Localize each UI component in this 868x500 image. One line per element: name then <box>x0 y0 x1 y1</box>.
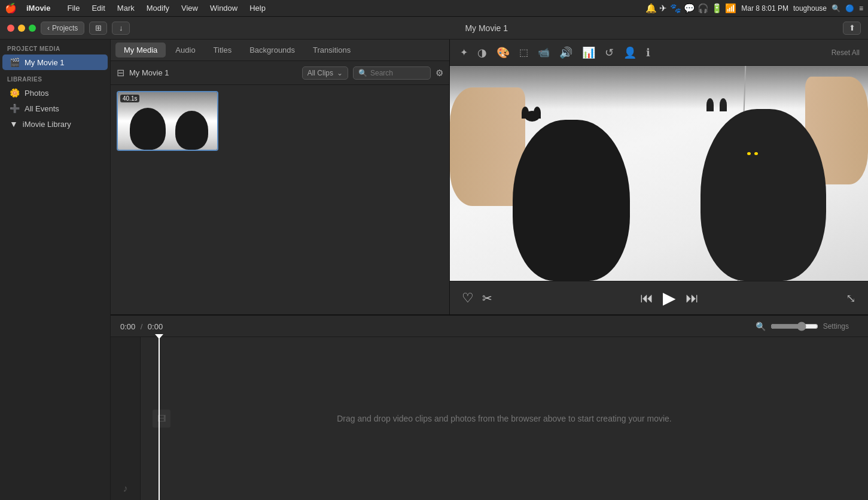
speed-button[interactable]: ↺ <box>603 44 616 61</box>
timeline-slider-area: 🔍 Settings <box>756 322 858 331</box>
reject-button[interactable]: ✂ <box>482 291 492 305</box>
audio-button[interactable]: 🔊 <box>558 44 574 61</box>
menubar-right: 🔔 ✈ 🐾 💬 🎧 🔋 📶 Mar 8 8:01 PM toughouse 🔍 … <box>645 3 863 14</box>
timeline-body: ♪ 🎞 Drag and drop video clips and photos… <box>111 337 868 500</box>
mark-menu[interactable]: Mark <box>112 2 139 14</box>
drag-hint: Drag and drop video clips and photos fro… <box>295 414 714 423</box>
import-button[interactable]: ⊞ <box>89 22 107 35</box>
magic-wand-button[interactable]: ✦ <box>458 45 470 60</box>
search-box: 🔍 <box>353 66 431 80</box>
sidebar-item-allevents[interactable]: ➕ All Events <box>2 101 108 116</box>
timeline-sidebar: ♪ <box>111 337 141 500</box>
menubar: 🍎 iMovie File Edit Mark Modify View Wind… <box>0 0 868 17</box>
browser-settings-button[interactable]: ⚙ <box>435 68 443 78</box>
apple-menu[interactable]: 🍎 <box>5 2 17 14</box>
chevron-down-icon: ▼ <box>10 119 18 129</box>
zoom-slider[interactable] <box>770 322 818 331</box>
share-button[interactable]: ⬆ <box>843 22 861 35</box>
video-overlay-button[interactable]: 📹 <box>536 45 552 60</box>
control-center-icon[interactable]: ≡ <box>859 4 863 13</box>
reset-all-button[interactable]: Reset All <box>832 49 860 57</box>
timecode-display: 0:00 / 0:00 <box>120 321 163 332</box>
clip-grid: 40.1s <box>111 85 449 314</box>
sidebar-item-mymovie-label: My Movie 1 <box>25 58 64 67</box>
sidebar-item-allevents-label: All Events <box>25 104 59 113</box>
titlebar-right: ⬆ <box>843 22 861 35</box>
siri-icon[interactable]: 🔵 <box>845 4 854 13</box>
download-button[interactable]: ↓ <box>112 22 130 35</box>
crop-button[interactable]: ⬚ <box>517 45 530 60</box>
favorite-button[interactable]: ♡ <box>462 290 474 306</box>
browser-panel: My Media Audio Titles Backgrounds Transi… <box>111 40 449 314</box>
clip-filter-chevron: ⌄ <box>337 69 343 77</box>
minimize-button[interactable] <box>18 25 25 32</box>
info-button[interactable]: ℹ <box>644 44 652 61</box>
tab-backgrounds[interactable]: Backgrounds <box>241 43 303 57</box>
sidebar-item-photos[interactable]: 🌼 Photos <box>2 85 108 101</box>
timeline-area: 0:00 / 0:00 🔍 Settings ♪ 🎞 Drag and dr <box>111 314 868 500</box>
search-icon[interactable]: 🔍 <box>832 4 840 13</box>
timeline-header: 0:00 / 0:00 🔍 Settings <box>111 316 868 337</box>
playback-right: ⤡ <box>846 291 856 305</box>
cat-left <box>513 120 630 281</box>
inspector-tools: ✦ ◑ 🎨 ⬚ 📹 🔊 📊 ↺ 👤 ℹ <box>458 44 652 61</box>
go-to-end-button[interactable]: ⏭ <box>686 290 699 306</box>
allevents-icon: ➕ <box>10 104 20 113</box>
video-preview <box>450 66 868 281</box>
clip-filter-label: All Clips <box>307 69 333 77</box>
sidebar-item-imoviewlibrary[interactable]: ▼ iMovie Library <box>2 116 108 132</box>
sidebar: Project Media 🎬 My Movie 1 Libraries 🌼 P… <box>0 40 111 500</box>
inspector-toolbar: ✦ ◑ 🎨 ⬚ 📹 🔊 📊 ↺ 👤 ℹ Reset All <box>450 40 868 66</box>
go-to-beginning-button[interactable]: ⏮ <box>640 290 653 306</box>
tab-audio[interactable]: Audio <box>167 43 203 57</box>
help-menu[interactable]: Help <box>245 2 270 14</box>
zoom-out-icon: 🔍 <box>756 322 766 331</box>
film-icon: 🎬 <box>10 57 20 67</box>
window-menu[interactable]: Window <box>205 2 242 14</box>
modify-menu[interactable]: Modify <box>142 2 174 14</box>
titlebar-icons: ⊞ ↓ <box>89 22 130 35</box>
fullscreen-button[interactable]: ⤡ <box>846 291 856 305</box>
view-menu[interactable]: View <box>176 2 203 14</box>
tab-my-media[interactable]: My Media <box>115 43 166 57</box>
grid-view-button[interactable]: ⊟ <box>117 67 124 78</box>
clip-duration: 40.1s <box>120 95 139 102</box>
clip-filter-dropdown[interactable]: All Clips ⌄ <box>302 66 348 80</box>
timeline-tracks: 🎞 Drag and drop video clips and photos f… <box>141 337 868 500</box>
total-timecode: 0:00 <box>148 322 163 331</box>
video-canvas <box>450 66 868 281</box>
browser-title: My Movie 1 <box>129 68 169 77</box>
color-wheels-button[interactable]: 🎨 <box>495 44 511 61</box>
playback-left: ♡ ✂ <box>462 290 492 306</box>
cat-right <box>701 109 826 281</box>
color-board-button[interactable]: ◑ <box>476 44 489 61</box>
clip-item[interactable]: 40.1s <box>117 91 218 151</box>
clip-thumbnail: 40.1s <box>117 91 218 151</box>
close-button[interactable] <box>7 25 14 32</box>
projects-button[interactable]: ‹ Projects <box>41 22 84 35</box>
edit-menu[interactable]: Edit <box>87 2 109 14</box>
current-timecode: 0:00 <box>120 322 135 331</box>
tab-transitions[interactable]: Transitions <box>304 43 359 57</box>
playhead[interactable] <box>159 337 160 500</box>
imovie-menu[interactable]: iMovie <box>22 2 55 14</box>
search-input[interactable] <box>370 69 424 77</box>
preview-panel: ✦ ◑ 🎨 ⬚ 📹 🔊 📊 ↺ 👤 ℹ Reset All <box>449 40 868 314</box>
clip-filter-btn[interactable]: 👤 <box>622 44 638 61</box>
stabilize-button[interactable]: 📊 <box>580 44 597 61</box>
project-media-label: Project Media <box>0 40 110 54</box>
sidebar-item-mymovie[interactable]: 🎬 My Movie 1 <box>2 54 108 70</box>
play-pause-button[interactable]: ▶ <box>663 288 676 308</box>
tab-titles[interactable]: Titles <box>205 43 240 57</box>
libraries-label: Libraries <box>0 70 110 85</box>
cat-eyes <box>747 152 752 155</box>
project-title: My Movie 1 <box>465 23 508 33</box>
timeline-settings-button[interactable]: Settings <box>823 322 849 331</box>
play-center: ⏮ ▶ ⏭ <box>640 288 699 308</box>
menubar-time: Mar 8 8:01 PM <box>741 4 788 13</box>
traffic-lights <box>7 25 36 32</box>
tab-bar: My Media Audio Titles Backgrounds Transi… <box>111 40 449 61</box>
sidebar-item-photos-label: Photos <box>25 89 48 98</box>
file-menu[interactable]: File <box>62 2 84 14</box>
maximize-button[interactable] <box>29 25 36 32</box>
